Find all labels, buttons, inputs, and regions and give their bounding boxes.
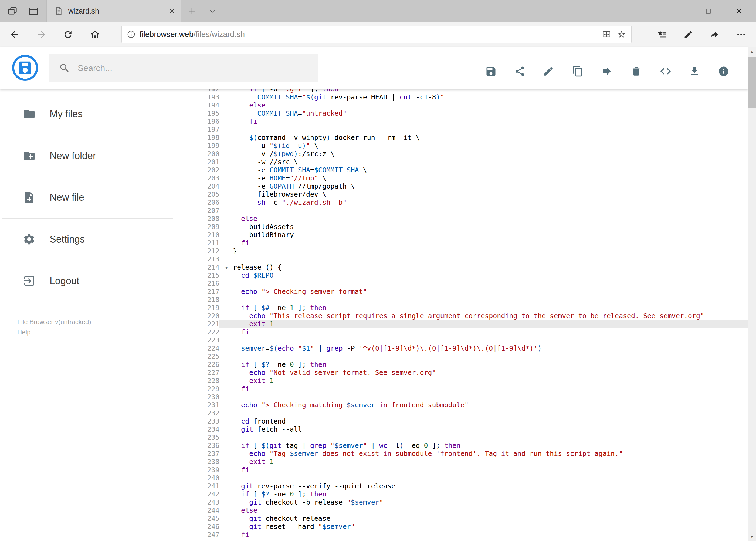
home-button[interactable]: [86, 26, 104, 43]
code-line[interactable]: 232: [175, 409, 748, 417]
code-line[interactable]: 202 -e COMMIT_SHA=$COMMIT_SHA \: [175, 166, 748, 174]
code-line[interactable]: 207: [175, 207, 748, 215]
code-line[interactable]: 214▾release () {: [175, 264, 748, 271]
sidebar-item-new-file[interactable]: New file: [0, 177, 175, 218]
code-line[interactable]: 236 if [ $(git tag | grep "$semver" | wc…: [175, 442, 748, 450]
code-line[interactable]: 211 fi: [175, 239, 748, 247]
code-line[interactable]: 221 exit 1: [175, 320, 748, 328]
fold-arrow-icon[interactable]: ▾: [225, 264, 228, 272]
code-line[interactable]: 198 $(command -v winpty) docker run --rm…: [175, 134, 748, 142]
save-button[interactable]: [482, 63, 500, 80]
filebrowser-logo[interactable]: [12, 55, 38, 81]
code-line[interactable]: 222 fi: [175, 328, 748, 336]
delete-button[interactable]: [628, 63, 645, 80]
search-input[interactable]: [77, 63, 319, 74]
code-line[interactable]: 240: [175, 474, 748, 482]
code-line[interactable]: 212}: [175, 247, 748, 255]
code-line[interactable]: 204 -e GOPATH=//tmp/gopath \: [175, 182, 748, 191]
code-line[interactable]: 193 COMMIT_SHA="$(git rev-parse HEAD | c…: [175, 93, 748, 101]
rename-button[interactable]: [540, 63, 557, 80]
code-line[interactable]: 227 echo "Not valid semver format. See s…: [175, 369, 748, 377]
add-favorite-button[interactable]: [614, 26, 629, 42]
refresh-button[interactable]: [59, 26, 77, 43]
code-line[interactable]: 229 fi: [175, 385, 748, 393]
code-line[interactable]: 234 git fetch --all: [175, 425, 748, 433]
code-line[interactable]: 209 buildAssets: [175, 223, 748, 231]
code-line[interactable]: 242 if [ $? -ne 0 ]; then: [175, 490, 748, 498]
code-line[interactable]: 247 fi: [175, 531, 748, 539]
code-line[interactable]: 197: [175, 126, 748, 134]
code-line[interactable]: 241 git rev-parse --verify --quiet relea…: [175, 482, 748, 490]
sidebar-item-settings[interactable]: Settings: [0, 219, 175, 260]
code-line[interactable]: 225: [175, 352, 748, 360]
set-tabs-aside-button[interactable]: [3, 0, 22, 22]
code-line[interactable]: 215 cd $REPO: [175, 271, 748, 279]
code-line[interactable]: 201 -w //src \: [175, 158, 748, 166]
code-line[interactable]: 208 else: [175, 215, 748, 223]
share-button[interactable]: [511, 63, 529, 80]
code-line[interactable]: 235: [175, 433, 748, 442]
help-link[interactable]: Help: [17, 327, 175, 337]
code-line[interactable]: 228 exit 1: [175, 377, 748, 385]
code-line[interactable]: 210 buildBinary: [175, 231, 748, 239]
reading-view-button[interactable]: [599, 26, 614, 42]
minimize-button[interactable]: [664, 0, 692, 22]
code-line[interactable]: 231 echo "> Checking matching $semver in…: [175, 401, 748, 409]
url-text[interactable]: filebrowser.web/files/wizard.sh: [139, 30, 245, 39]
sidebar-item-my-files[interactable]: My files: [0, 93, 175, 135]
code-line[interactable]: 199 -u "$(id -u)" \: [175, 142, 748, 150]
share-page-button[interactable]: [706, 26, 723, 43]
code-line[interactable]: 223: [175, 336, 748, 344]
tab-preview-toggle[interactable]: [204, 0, 221, 22]
code-line[interactable]: 243 git checkout -b release "$semver": [175, 498, 748, 506]
web-note-button[interactable]: [680, 26, 697, 43]
code-line[interactable]: 219 if [ $# -ne 1 ]; then: [175, 304, 748, 312]
code-line[interactable]: 245 git checkout release: [175, 515, 748, 523]
vertical-scrollbar[interactable]: ▲ ▼: [748, 47, 756, 541]
code-line[interactable]: 230: [175, 393, 748, 401]
code-line[interactable]: 220 echo "This release script requires a…: [175, 312, 748, 320]
code-line[interactable]: 233 cd frontend: [175, 417, 748, 425]
code-line[interactable]: 216: [175, 279, 748, 287]
address-bar[interactable]: filebrowser.web/files/wizard.sh: [122, 26, 631, 43]
code-editor[interactable]: 192 if [ -d ".git" ]; then193 COMMIT_SHA…: [175, 89, 748, 541]
code-line[interactable]: 239 fi: [175, 466, 748, 474]
code-line[interactable]: 246 git reset --hard "$semver": [175, 523, 748, 531]
sidebar-item-logout[interactable]: Logout: [0, 260, 175, 302]
more-menu-button[interactable]: [732, 26, 750, 43]
code-line[interactable]: 218: [175, 296, 748, 304]
download-button[interactable]: [686, 63, 703, 80]
code-line[interactable]: 238 exit 1: [175, 458, 748, 466]
scroll-up-arrow[interactable]: ▲: [748, 47, 756, 56]
code-line[interactable]: 192 if [ -d ".git" ]; then: [175, 89, 748, 93]
code-line[interactable]: 237 echo "Tag $semver does not exist in …: [175, 450, 748, 458]
code-line[interactable]: 206 sh -c "./wizard.sh -b": [175, 199, 748, 207]
site-info-icon[interactable]: [126, 30, 136, 39]
code-line[interactable]: 213: [175, 255, 748, 264]
code-line[interactable]: 194 else: [175, 101, 748, 109]
code-line[interactable]: 203 -e HOME="//tmp" \: [175, 174, 748, 182]
window-close-button[interactable]: [725, 0, 753, 22]
code-line[interactable]: 217 echo "> Checking semver format": [175, 287, 748, 296]
code-line[interactable]: 224 semver=$(echo "$1" | grep -P '^v(0|[…: [175, 344, 748, 352]
info-button[interactable]: [715, 63, 732, 80]
new-tab-button[interactable]: [182, 0, 201, 22]
scrollbar-thumb[interactable]: [748, 57, 756, 108]
tabs-preview-button[interactable]: [24, 0, 43, 22]
code-line[interactable]: 195 COMMIT_SHA="untracked": [175, 109, 748, 118]
maximize-button[interactable]: [694, 0, 722, 22]
scroll-down-arrow[interactable]: ▼: [748, 532, 756, 541]
search-bar[interactable]: [49, 54, 319, 82]
code-line[interactable]: 196 fi: [175, 118, 748, 126]
code-line[interactable]: 226 if [ $? -ne 0 ]; then: [175, 360, 748, 369]
browser-tab[interactable]: wizard.sh: [46, 0, 181, 22]
raw-code-button[interactable]: [657, 63, 674, 80]
code-line[interactable]: 200 -v /$(pwd):/src:z \: [175, 150, 748, 158]
copy-button[interactable]: [569, 63, 587, 80]
forward-button[interactable]: [33, 26, 50, 43]
code-line[interactable]: 205 filebrowser/dev \: [175, 191, 748, 199]
code-line[interactable]: 244 else: [175, 506, 748, 515]
hub-favorites-button[interactable]: [653, 26, 670, 43]
sidebar-item-new-folder[interactable]: New folder: [0, 135, 175, 177]
tab-close-button[interactable]: [163, 0, 180, 22]
